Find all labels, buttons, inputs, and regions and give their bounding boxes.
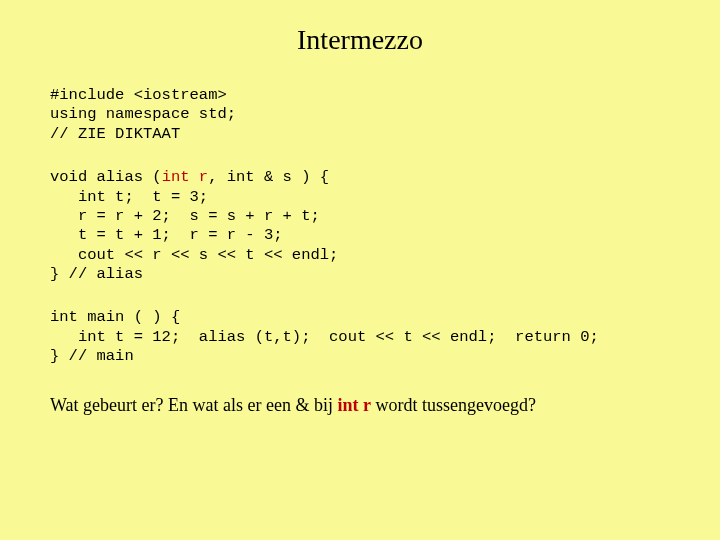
code-fragment: , int & s ) { [208, 168, 329, 186]
code-line: #include <iostream> [50, 86, 227, 104]
code-line: int main ( ) { [50, 308, 180, 326]
code-line: r = r + 2; s = s + r + t; [50, 207, 320, 225]
code-block-includes: #include <iostream> using namespace std;… [50, 86, 670, 144]
code-line: int t = 12; alias (t,t); cout << t << en… [50, 328, 599, 346]
question-fragment: wordt tussengevoegd? [371, 395, 536, 415]
slide: Intermezzo #include <iostream> using nam… [0, 0, 720, 540]
question-text: Wat gebeurt er? En wat als er een & bij … [50, 395, 670, 416]
highlighted-keyword: int r [162, 168, 209, 186]
code-line: void alias (int r, int & s ) { [50, 168, 329, 186]
code-line: } // main [50, 347, 134, 365]
code-line: cout << r << s << t << endl; [50, 246, 338, 264]
code-fragment: void alias ( [50, 168, 162, 186]
code-block-main: int main ( ) { int t = 12; alias (t,t); … [50, 308, 670, 366]
code-line: using namespace std; [50, 105, 236, 123]
code-line: } // alias [50, 265, 143, 283]
highlighted-keyword: int r [337, 395, 371, 415]
code-block-alias: void alias (int r, int & s ) { int t; t … [50, 168, 670, 284]
code-line: t = t + 1; r = r - 3; [50, 226, 283, 244]
slide-title: Intermezzo [50, 24, 670, 56]
code-line: // ZIE DIKTAAT [50, 125, 180, 143]
question-fragment: Wat gebeurt er? En wat als er een & bij [50, 395, 337, 415]
code-line: int t; t = 3; [50, 188, 208, 206]
